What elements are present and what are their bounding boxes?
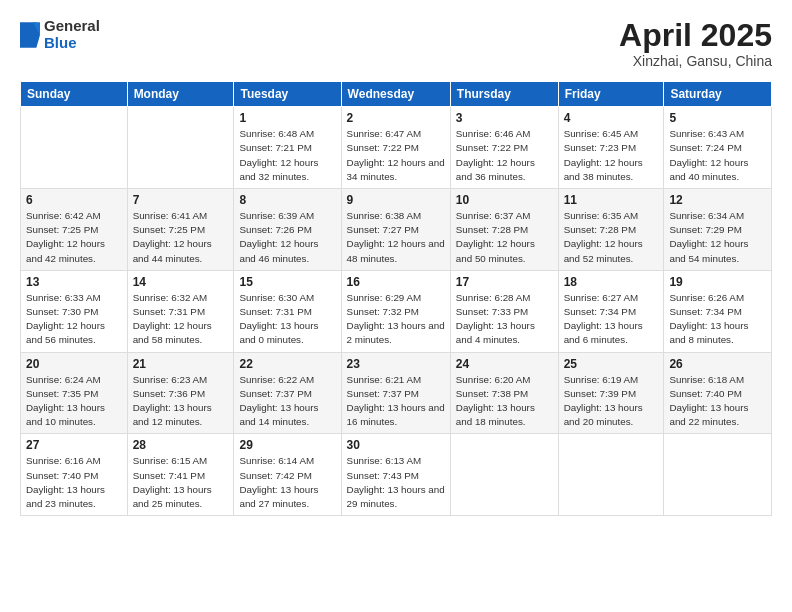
table-row: 14Sunrise: 6:32 AM Sunset: 7:31 PM Dayli…: [127, 270, 234, 352]
day-number: 14: [133, 275, 229, 289]
day-info: Sunrise: 6:19 AM Sunset: 7:39 PM Dayligh…: [564, 373, 659, 430]
table-row: 28Sunrise: 6:15 AM Sunset: 7:41 PM Dayli…: [127, 434, 234, 516]
day-number: 22: [239, 357, 335, 371]
logo-icon: [20, 22, 40, 48]
day-info: Sunrise: 6:39 AM Sunset: 7:26 PM Dayligh…: [239, 209, 335, 266]
day-number: 8: [239, 193, 335, 207]
col-saturday: Saturday: [664, 82, 772, 107]
day-info: Sunrise: 6:32 AM Sunset: 7:31 PM Dayligh…: [133, 291, 229, 348]
title-month: April 2025: [619, 18, 772, 53]
day-number: 13: [26, 275, 122, 289]
day-number: 30: [347, 438, 445, 452]
day-number: 28: [133, 438, 229, 452]
day-number: 12: [669, 193, 766, 207]
calendar-header-row: Sunday Monday Tuesday Wednesday Thursday…: [21, 82, 772, 107]
day-number: 4: [564, 111, 659, 125]
day-number: 17: [456, 275, 553, 289]
day-info: Sunrise: 6:22 AM Sunset: 7:37 PM Dayligh…: [239, 373, 335, 430]
day-info: Sunrise: 6:21 AM Sunset: 7:37 PM Dayligh…: [347, 373, 445, 430]
day-info: Sunrise: 6:24 AM Sunset: 7:35 PM Dayligh…: [26, 373, 122, 430]
logo-text: General Blue: [44, 18, 100, 51]
day-info: Sunrise: 6:43 AM Sunset: 7:24 PM Dayligh…: [669, 127, 766, 184]
col-friday: Friday: [558, 82, 664, 107]
calendar-week-row: 27Sunrise: 6:16 AM Sunset: 7:40 PM Dayli…: [21, 434, 772, 516]
table-row: 10Sunrise: 6:37 AM Sunset: 7:28 PM Dayli…: [450, 189, 558, 271]
table-row: 8Sunrise: 6:39 AM Sunset: 7:26 PM Daylig…: [234, 189, 341, 271]
day-info: Sunrise: 6:45 AM Sunset: 7:23 PM Dayligh…: [564, 127, 659, 184]
day-info: Sunrise: 6:37 AM Sunset: 7:28 PM Dayligh…: [456, 209, 553, 266]
day-number: 16: [347, 275, 445, 289]
table-row: 27Sunrise: 6:16 AM Sunset: 7:40 PM Dayli…: [21, 434, 128, 516]
col-monday: Monday: [127, 82, 234, 107]
day-info: Sunrise: 6:23 AM Sunset: 7:36 PM Dayligh…: [133, 373, 229, 430]
day-number: 11: [564, 193, 659, 207]
day-number: 10: [456, 193, 553, 207]
day-info: Sunrise: 6:33 AM Sunset: 7:30 PM Dayligh…: [26, 291, 122, 348]
table-row: 7Sunrise: 6:41 AM Sunset: 7:25 PM Daylig…: [127, 189, 234, 271]
table-row: [558, 434, 664, 516]
day-info: Sunrise: 6:28 AM Sunset: 7:33 PM Dayligh…: [456, 291, 553, 348]
day-number: 1: [239, 111, 335, 125]
calendar-week-row: 1Sunrise: 6:48 AM Sunset: 7:21 PM Daylig…: [21, 107, 772, 189]
day-number: 19: [669, 275, 766, 289]
day-info: Sunrise: 6:15 AM Sunset: 7:41 PM Dayligh…: [133, 454, 229, 511]
day-info: Sunrise: 6:20 AM Sunset: 7:38 PM Dayligh…: [456, 373, 553, 430]
day-info: Sunrise: 6:27 AM Sunset: 7:34 PM Dayligh…: [564, 291, 659, 348]
table-row: [21, 107, 128, 189]
table-row: 23Sunrise: 6:21 AM Sunset: 7:37 PM Dayli…: [341, 352, 450, 434]
col-sunday: Sunday: [21, 82, 128, 107]
day-info: Sunrise: 6:26 AM Sunset: 7:34 PM Dayligh…: [669, 291, 766, 348]
page: General Blue April 2025 Xinzhai, Gansu, …: [0, 0, 792, 612]
day-info: Sunrise: 6:35 AM Sunset: 7:28 PM Dayligh…: [564, 209, 659, 266]
day-info: Sunrise: 6:34 AM Sunset: 7:29 PM Dayligh…: [669, 209, 766, 266]
day-number: 21: [133, 357, 229, 371]
table-row: 4Sunrise: 6:45 AM Sunset: 7:23 PM Daylig…: [558, 107, 664, 189]
day-number: 2: [347, 111, 445, 125]
calendar-table: Sunday Monday Tuesday Wednesday Thursday…: [20, 81, 772, 516]
table-row: 11Sunrise: 6:35 AM Sunset: 7:28 PM Dayli…: [558, 189, 664, 271]
table-row: 18Sunrise: 6:27 AM Sunset: 7:34 PM Dayli…: [558, 270, 664, 352]
table-row: 1Sunrise: 6:48 AM Sunset: 7:21 PM Daylig…: [234, 107, 341, 189]
col-thursday: Thursday: [450, 82, 558, 107]
day-info: Sunrise: 6:18 AM Sunset: 7:40 PM Dayligh…: [669, 373, 766, 430]
table-row: 6Sunrise: 6:42 AM Sunset: 7:25 PM Daylig…: [21, 189, 128, 271]
header: General Blue April 2025 Xinzhai, Gansu, …: [20, 18, 772, 69]
day-number: 20: [26, 357, 122, 371]
day-number: 29: [239, 438, 335, 452]
table-row: 22Sunrise: 6:22 AM Sunset: 7:37 PM Dayli…: [234, 352, 341, 434]
day-number: 7: [133, 193, 229, 207]
day-info: Sunrise: 6:14 AM Sunset: 7:42 PM Dayligh…: [239, 454, 335, 511]
day-info: Sunrise: 6:41 AM Sunset: 7:25 PM Dayligh…: [133, 209, 229, 266]
day-info: Sunrise: 6:38 AM Sunset: 7:27 PM Dayligh…: [347, 209, 445, 266]
day-info: Sunrise: 6:46 AM Sunset: 7:22 PM Dayligh…: [456, 127, 553, 184]
day-info: Sunrise: 6:47 AM Sunset: 7:22 PM Dayligh…: [347, 127, 445, 184]
logo-general-text: General: [44, 18, 100, 35]
col-wednesday: Wednesday: [341, 82, 450, 107]
calendar-week-row: 6Sunrise: 6:42 AM Sunset: 7:25 PM Daylig…: [21, 189, 772, 271]
table-row: 17Sunrise: 6:28 AM Sunset: 7:33 PM Dayli…: [450, 270, 558, 352]
table-row: 25Sunrise: 6:19 AM Sunset: 7:39 PM Dayli…: [558, 352, 664, 434]
title-block: April 2025 Xinzhai, Gansu, China: [619, 18, 772, 69]
day-number: 25: [564, 357, 659, 371]
day-number: 15: [239, 275, 335, 289]
table-row: 13Sunrise: 6:33 AM Sunset: 7:30 PM Dayli…: [21, 270, 128, 352]
table-row: 9Sunrise: 6:38 AM Sunset: 7:27 PM Daylig…: [341, 189, 450, 271]
table-row: 12Sunrise: 6:34 AM Sunset: 7:29 PM Dayli…: [664, 189, 772, 271]
logo: General Blue: [20, 18, 100, 51]
table-row: 3Sunrise: 6:46 AM Sunset: 7:22 PM Daylig…: [450, 107, 558, 189]
day-info: Sunrise: 6:13 AM Sunset: 7:43 PM Dayligh…: [347, 454, 445, 511]
day-info: Sunrise: 6:42 AM Sunset: 7:25 PM Dayligh…: [26, 209, 122, 266]
day-info: Sunrise: 6:30 AM Sunset: 7:31 PM Dayligh…: [239, 291, 335, 348]
day-number: 6: [26, 193, 122, 207]
title-location: Xinzhai, Gansu, China: [619, 53, 772, 69]
day-number: 3: [456, 111, 553, 125]
day-number: 5: [669, 111, 766, 125]
day-number: 9: [347, 193, 445, 207]
logo-blue-text: Blue: [44, 35, 100, 52]
table-row: [664, 434, 772, 516]
table-row: 30Sunrise: 6:13 AM Sunset: 7:43 PM Dayli…: [341, 434, 450, 516]
table-row: 21Sunrise: 6:23 AM Sunset: 7:36 PM Dayli…: [127, 352, 234, 434]
day-info: Sunrise: 6:29 AM Sunset: 7:32 PM Dayligh…: [347, 291, 445, 348]
table-row: 20Sunrise: 6:24 AM Sunset: 7:35 PM Dayli…: [21, 352, 128, 434]
table-row: 19Sunrise: 6:26 AM Sunset: 7:34 PM Dayli…: [664, 270, 772, 352]
